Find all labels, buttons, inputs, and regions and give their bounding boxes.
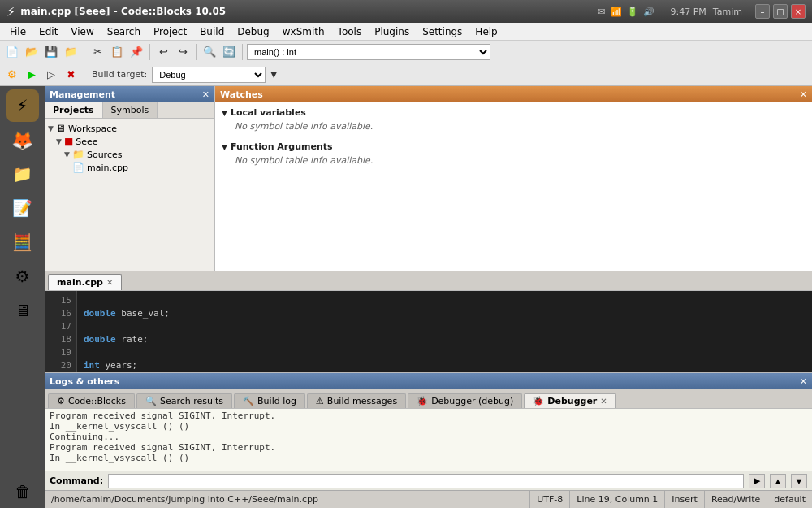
save-button[interactable]: 💾 (42, 43, 60, 61)
sidebar-icon-trash[interactable]: 🗑 (6, 475, 39, 508)
menu-item-help[interactable]: Help (469, 24, 503, 39)
management-panel: Management ✕ Projects Symbols ▼ 🖥 Worksp… (45, 86, 215, 271)
build-target-combo[interactable]: Debug (152, 67, 266, 83)
close-button[interactable]: × (791, 4, 806, 19)
tab-projects[interactable]: Projects (45, 102, 103, 118)
management-close-icon[interactable]: ✕ (202, 89, 209, 100)
stop-build-button[interactable]: ✖ (62, 66, 80, 84)
command-send-button[interactable]: ▶ (749, 474, 765, 488)
tree-sources[interactable]: ▼ 📁 Sources (64, 148, 211, 161)
editor-tab-close[interactable]: ✕ (106, 278, 113, 287)
tab-symbols[interactable]: Symbols (103, 102, 158, 118)
log-tab-search-label: Search results (160, 396, 223, 406)
search-button[interactable]: 🔍 (201, 43, 218, 61)
menu-item-view[interactable]: View (64, 24, 100, 39)
undo-button[interactable]: ↩ (154, 43, 172, 61)
menu-item-edit[interactable]: Edit (32, 24, 64, 39)
menu-item-settings[interactable]: Settings (416, 24, 469, 39)
log-tab-search[interactable]: 🔍 Search results (136, 393, 232, 408)
watch-args-label: Function Arguments (231, 141, 333, 152)
sidebar-icon-files[interactable]: 📁 (6, 158, 39, 190)
status-rw-text: Read/Write (711, 494, 760, 505)
build-button[interactable]: ⚙ (3, 66, 21, 84)
tree-workspace[interactable]: ▼ 🖥 Workspace (48, 122, 211, 135)
command-down-button[interactable]: ▼ (791, 474, 807, 488)
log-tab-codeblocks-label: Code::Blocks (68, 396, 126, 406)
sources-icon: 📁 (72, 149, 84, 160)
menu-item-search[interactable]: Search (101, 24, 147, 39)
maximize-button[interactable]: □ (773, 4, 788, 19)
log-line-2: Continuing... (50, 432, 807, 442)
statusbar: /home/tamim/Documents/Jumping into C++/S… (45, 490, 812, 508)
logs-close-icon[interactable]: ✕ (800, 376, 807, 387)
watches-close-icon[interactable]: ✕ (800, 89, 807, 100)
sidebar-icon-codeblocks[interactable]: ⚡ (6, 89, 39, 122)
open-button[interactable]: 📂 (23, 43, 41, 61)
management-title: Management (50, 89, 115, 100)
menu-item-plugins[interactable]: Plugins (368, 24, 416, 39)
sidebar-icon-terminal[interactable]: 🖥 (6, 294, 39, 327)
system-user: Tamim (713, 7, 742, 17)
line-numbers: 15 16 17 18 19 20 21 22 23 24 25 (45, 291, 77, 372)
run-button[interactable]: ▶ (23, 66, 41, 84)
workspace-icon: 🖥 (56, 123, 66, 134)
minimize-button[interactable]: – (755, 4, 770, 19)
log-line-3: Program received signal SIGINT, Interrup… (50, 442, 807, 453)
status-encoding-text: UTF-8 (537, 494, 563, 505)
menu-item-debug[interactable]: Debug (231, 24, 275, 39)
status-path-text: /home/tamim/Documents/Jumping into C++/S… (51, 494, 318, 505)
watch-section-args: ▼ Function Arguments No symbol table inf… (215, 137, 812, 171)
log-tab-buildmsg-label: Build messages (327, 396, 397, 406)
build-target-dropdown[interactable]: ▼ (267, 66, 280, 84)
menu-item-file[interactable]: File (3, 24, 32, 39)
sources-label: Sources (87, 150, 123, 160)
build-run-button[interactable]: ▷ (42, 66, 60, 84)
menu-item-wxsmith[interactable]: wxSmith (276, 24, 331, 39)
editor-tab-label: main.cpp (57, 277, 103, 288)
paste-button[interactable]: 📌 (127, 43, 145, 61)
sidebar-icon-firefox[interactable]: 🦊 (6, 124, 39, 156)
new-button[interactable]: 📄 (3, 43, 21, 61)
command-input[interactable] (108, 474, 744, 488)
sidebar-icon-calc[interactable]: 🧮 (6, 226, 39, 258)
debugger-tab-close[interactable]: ✕ (600, 397, 607, 406)
logs-tabs: ⚙ Code::Blocks 🔍 Search results 🔨 Build … (45, 389, 812, 409)
tree-project[interactable]: ▼ ■ Seee (56, 135, 211, 148)
code-content[interactable]: double base_val; double rate; int years;… (77, 291, 812, 372)
tree-maincpp[interactable]: 📄 main.cpp (72, 161, 211, 174)
menu-item-build[interactable]: Build (193, 24, 231, 39)
watch-locals-header: ▼ Local variables (222, 106, 806, 119)
menu-item-tools[interactable]: Tools (331, 24, 369, 39)
sidebar-icon-settings[interactable]: ⚙ (6, 260, 39, 293)
log-tab-debugger-debug[interactable]: 🐞 Debugger (debug) (408, 393, 522, 408)
sep4 (242, 44, 243, 60)
redo-button[interactable]: ↪ (174, 43, 192, 61)
cut-button[interactable]: ✂ (89, 43, 106, 61)
replace-button[interactable]: 🔄 (220, 43, 238, 61)
tray-icons: ✉ 📶 🔋 🔊 (598, 7, 654, 17)
copy-button[interactable]: 📋 (108, 43, 126, 61)
log-tab-buildlog[interactable]: 🔨 Build log (234, 393, 305, 408)
command-label: Command: (50, 475, 103, 486)
log-tab-buildmsg[interactable]: ⚠ Build messages (307, 393, 406, 408)
watch-section-locals: ▼ Local variables No symbol table info a… (215, 102, 812, 137)
function-combo[interactable]: main() : int (247, 44, 490, 60)
editor-code-area[interactable]: 15 16 17 18 19 20 21 22 23 24 25 double … (45, 291, 812, 372)
sep2 (149, 44, 150, 60)
save-all-button[interactable]: 📁 (62, 43, 80, 61)
project-icon: ■ (64, 136, 73, 147)
status-extra-text: default (774, 494, 806, 505)
status-position: Line 19, Column 1 (570, 491, 665, 508)
menu-item-project[interactable]: Project (147, 24, 193, 39)
watch-locals-nodata: No symbol table info available. (222, 119, 806, 133)
sep5 (84, 67, 84, 83)
sidebar-icon-text[interactable]: 📝 (6, 192, 39, 224)
log-tab-debugger[interactable]: 🐞 Debugger ✕ (524, 393, 615, 408)
command-up-button[interactable]: ▲ (770, 474, 786, 488)
log-tab-buildlog-label: Build log (257, 396, 296, 406)
log-tab-codeblocks[interactable]: ⚙ Code::Blocks (48, 393, 135, 408)
editor-tabs: main.cpp ✕ (45, 271, 812, 291)
watch-locals-arrow: ▼ (222, 109, 227, 117)
editor-tab-maincpp[interactable]: main.cpp ✕ (48, 274, 122, 290)
status-encoding: UTF-8 (530, 491, 570, 508)
